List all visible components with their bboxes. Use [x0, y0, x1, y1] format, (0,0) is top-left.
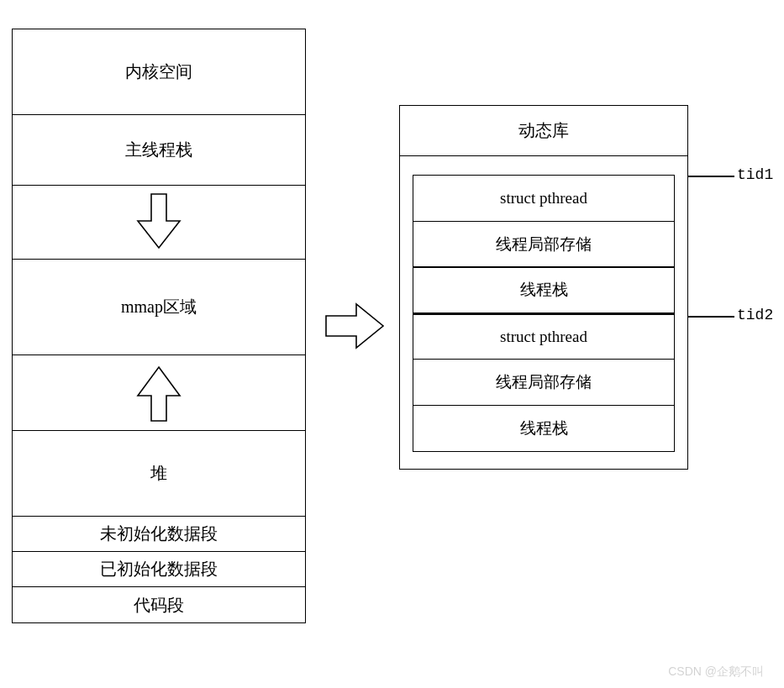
memory-row-data: 已初始化数据段 [13, 552, 305, 587]
thread-row: struct pthread [413, 312, 675, 360]
thread-row: 线程栈 [413, 266, 675, 313]
thread-row: struct pthread [413, 175, 675, 222]
watermark-text: CSDN @企鹅不叫 [668, 664, 764, 680]
svg-marker-1 [138, 367, 180, 421]
tid1-line [687, 176, 734, 177]
svg-marker-0 [138, 194, 180, 248]
dynamic-library-header: 动态库 [400, 106, 687, 156]
memory-row-main-stack: 主线程栈 [13, 115, 305, 186]
thread-row: 线程局部存储 [413, 359, 675, 406]
dynamic-library-body: struct pthread 线程局部存储 线程栈 struct pthread… [400, 156, 687, 469]
dynamic-library-box: 动态库 struct pthread 线程局部存储 线程栈 struct pth… [399, 105, 688, 470]
memory-row-text: 代码段 [13, 587, 305, 622]
arrow-down-icon [13, 186, 305, 260]
thread-row: 线程局部存储 [413, 221, 675, 268]
memory-row-kernel: 内核空间 [13, 29, 305, 115]
memory-layout-box: 内核空间 主线程栈 mmap区域 堆 未初始化数据段 已初始化数据段 代码段 [12, 29, 306, 623]
tid2-line [687, 316, 734, 318]
memory-row-heap: 堆 [13, 431, 305, 517]
tid2-label: tid2 [737, 307, 773, 323]
memory-row-mmap: mmap区域 [13, 260, 305, 355]
svg-marker-2 [326, 304, 383, 348]
diagram-canvas: 内核空间 主线程栈 mmap区域 堆 未初始化数据段 已初始化数据段 代码段 动… [0, 0, 784, 688]
tid1-label: tid1 [737, 166, 773, 183]
thread-row: 线程栈 [413, 405, 675, 452]
arrow-right-icon [323, 299, 390, 356]
arrow-up-icon [13, 355, 305, 431]
memory-row-bss: 未初始化数据段 [13, 517, 305, 552]
